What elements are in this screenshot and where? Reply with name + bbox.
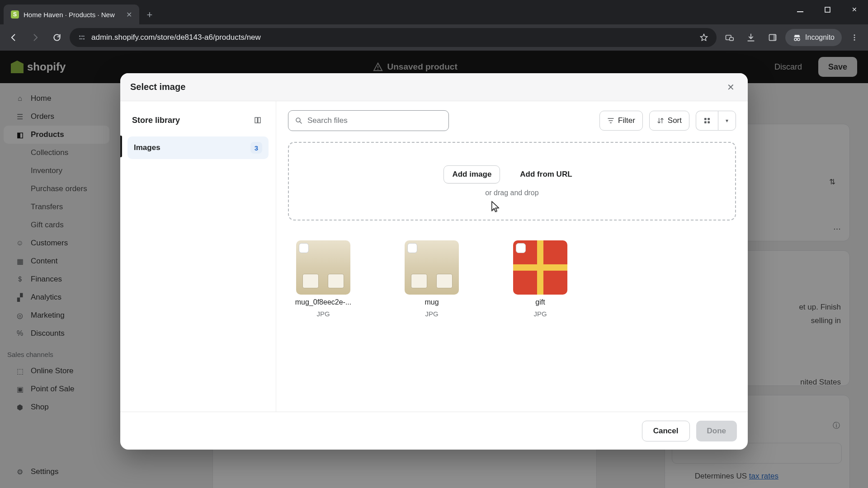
new-tab-button[interactable]: +	[142, 7, 157, 23]
thumb-ext: JPG	[533, 310, 547, 318]
window-close-button[interactable]: ✕	[841, 0, 868, 19]
svg-rect-3	[81, 36, 85, 37]
svg-point-19	[296, 118, 300, 122]
bookmark-star-icon[interactable]	[699, 33, 708, 42]
upload-dropzone[interactable]: Add image Add from URL or drag and drop	[288, 142, 736, 221]
svg-point-10	[794, 38, 797, 41]
window-maximize-button[interactable]	[814, 0, 841, 19]
filter-button[interactable]: Filter	[599, 111, 643, 131]
modal-close-button[interactable]: ✕	[723, 80, 738, 94]
nav-reload-button[interactable]	[48, 28, 66, 47]
svg-rect-18	[258, 117, 260, 123]
search-icon	[295, 117, 303, 125]
active-marker	[120, 136, 122, 157]
tab-title: Home Haven · Products · New	[24, 11, 122, 19]
search-placeholder: Search files	[307, 116, 348, 125]
sort-button[interactable]: Sort	[649, 111, 689, 131]
incognito-icon	[793, 33, 802, 42]
select-image-modal: Select image ✕ Store library Images 3	[120, 73, 748, 450]
svg-rect-22	[704, 121, 707, 123]
svg-rect-23	[708, 121, 710, 123]
modal-overlay: Select image ✕ Store library Images 3	[0, 51, 868, 488]
modal-title: Select image	[130, 82, 185, 92]
dropzone-hint: or drag and drop	[485, 189, 538, 197]
images-filter[interactable]: Images 3	[127, 136, 269, 159]
url-text: admin.shopify.com/store/de8143-a6/produc…	[91, 33, 694, 42]
view-grid-button[interactable]	[696, 111, 718, 131]
store-library-label: Store library	[132, 116, 180, 125]
svg-rect-21	[708, 118, 710, 120]
thumb-image	[513, 240, 567, 295]
thumb-checkbox[interactable]	[516, 243, 526, 253]
thumb-ext: JPG	[425, 310, 438, 318]
svg-point-12	[854, 34, 855, 36]
downloads-icon[interactable]	[742, 28, 760, 47]
svg-rect-20	[704, 118, 707, 120]
browser-tab[interactable]: S Home Haven · Products · New ✕	[4, 5, 139, 24]
thumb-name: mug_0f8eec2e-...	[295, 298, 352, 306]
images-count-badge: 3	[250, 142, 262, 154]
svg-point-14	[854, 39, 855, 41]
tab-close-icon[interactable]: ✕	[126, 10, 132, 19]
thumb-checkbox[interactable]	[299, 243, 309, 253]
svg-rect-1	[825, 7, 830, 12]
svg-rect-17	[255, 117, 257, 123]
nav-back-button[interactable]	[5, 28, 23, 47]
svg-rect-5	[79, 38, 83, 39]
filter-icon	[607, 117, 614, 124]
svg-rect-0	[797, 11, 803, 12]
cancel-button[interactable]: Cancel	[642, 421, 690, 441]
browser-toolbar: admin.shopify.com/store/de8143-a6/produc…	[0, 24, 868, 51]
chevron-down-icon: ▾	[726, 117, 728, 124]
browser-tabstrip: S Home Haven · Products · New ✕ + ✕	[0, 0, 868, 24]
file-grid: mug_0f8eec2e-... JPG mug JPG gift	[288, 231, 736, 327]
svg-rect-9	[774, 34, 776, 40]
incognito-badge[interactable]: Incognito	[785, 29, 842, 46]
address-bar[interactable]: admin.shopify.com/store/de8143-a6/produc…	[70, 28, 717, 47]
media-control-icon[interactable]	[720, 28, 738, 47]
thumb-image	[296, 240, 350, 295]
file-thumb[interactable]: gift JPG	[509, 240, 572, 318]
images-filter-label: Images	[134, 143, 160, 152]
browser-menu-icon[interactable]	[845, 28, 863, 47]
view-dropdown-button[interactable]: ▾	[718, 111, 736, 131]
add-image-button[interactable]: Add image	[443, 165, 500, 183]
svg-point-11	[797, 38, 800, 41]
thumb-name: gift	[535, 298, 545, 306]
file-thumb[interactable]: mug JPG	[400, 240, 463, 318]
svg-point-2	[79, 36, 80, 37]
done-button[interactable]: Done	[696, 421, 737, 441]
window-minimize-button[interactable]	[787, 0, 814, 19]
svg-point-13	[854, 37, 855, 38]
library-collapse-icon[interactable]	[250, 113, 265, 127]
incognito-label: Incognito	[805, 33, 835, 42]
sort-icon	[657, 117, 664, 124]
add-from-url-button[interactable]: Add from URL	[512, 165, 580, 183]
grid-icon	[703, 117, 711, 124]
modal-sidebar: Store library Images 3	[120, 101, 276, 412]
svg-point-4	[83, 38, 85, 40]
thumb-ext: JPG	[316, 310, 330, 318]
sidepanel-icon[interactable]	[764, 28, 782, 47]
search-files-input[interactable]: Search files	[288, 110, 449, 131]
thumb-name: mug	[425, 298, 439, 306]
thumb-image	[405, 240, 459, 295]
svg-rect-7	[730, 38, 733, 41]
file-thumb[interactable]: mug_0f8eec2e-... JPG	[292, 240, 355, 318]
shopify-favicon-icon: S	[11, 10, 19, 19]
nav-forward-button[interactable]	[26, 28, 44, 47]
thumb-checkbox[interactable]	[407, 243, 417, 253]
site-settings-icon[interactable]	[78, 33, 86, 42]
